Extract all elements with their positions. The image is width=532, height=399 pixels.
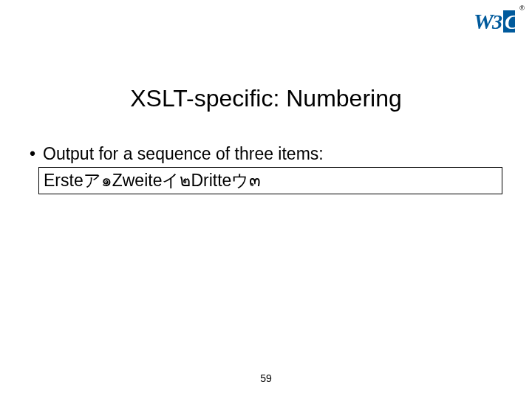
slide-title: XSLT-specific: Numbering xyxy=(0,85,532,112)
output-example-box: Ersteア๑Zweiteイ๒Dritteウ๓ xyxy=(38,167,502,194)
trademark-symbol: ® xyxy=(519,4,525,12)
w3c-logo: W 3 C xyxy=(473,7,517,37)
slide-content: •Output for a sequence of three items: E… xyxy=(22,144,510,194)
bullet-marker: • xyxy=(22,144,43,164)
logo-letter-c: C xyxy=(505,10,516,33)
bullet-item: •Output for a sequence of three items: xyxy=(22,144,510,164)
page-number: 59 xyxy=(0,372,532,384)
bullet-text: Output for a sequence of three items: xyxy=(43,144,324,163)
logo-digit-3: 3 xyxy=(491,10,502,33)
